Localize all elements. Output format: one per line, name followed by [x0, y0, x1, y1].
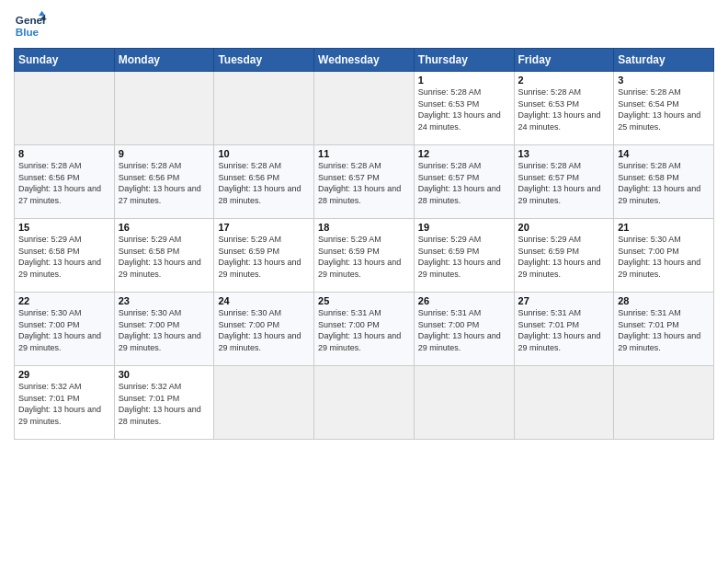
calendar-cell	[314, 72, 415, 145]
day-number: 26	[418, 295, 510, 306]
day-number: 18	[318, 222, 410, 233]
svg-text:Blue: Blue	[16, 26, 40, 38]
day-number: 24	[218, 295, 310, 306]
day-info: Sunrise: 5:29 AMSunset: 6:59 PMDaylight:…	[518, 234, 610, 280]
weekday-header: Thursday	[414, 49, 514, 72]
calendar-cell: 11Sunrise: 5:28 AMSunset: 6:57 PMDayligh…	[314, 145, 415, 219]
calendar-cell: 14Sunrise: 5:28 AMSunset: 6:58 PMDayligh…	[614, 145, 714, 219]
calendar-cell: 22Sunrise: 5:30 AMSunset: 7:00 PMDayligh…	[15, 293, 115, 366]
day-number: 11	[318, 148, 410, 159]
day-number: 1	[418, 75, 510, 86]
day-info: Sunrise: 5:29 AMSunset: 6:59 PMDaylight:…	[418, 234, 510, 280]
day-info: Sunrise: 5:31 AMSunset: 7:01 PMDaylight:…	[618, 307, 710, 353]
day-number: 28	[618, 295, 710, 306]
day-number: 10	[218, 148, 310, 159]
day-info: Sunrise: 5:28 AMSunset: 6:57 PMDaylight:…	[418, 160, 510, 206]
day-number: 15	[18, 222, 110, 233]
calendar-cell: 19Sunrise: 5:29 AMSunset: 6:59 PMDayligh…	[414, 219, 514, 293]
calendar-cell	[314, 366, 415, 440]
day-info: Sunrise: 5:28 AMSunset: 6:56 PMDaylight:…	[218, 160, 310, 206]
weekday-header: Monday	[114, 49, 214, 72]
day-number: 12	[418, 148, 510, 159]
calendar-cell: 20Sunrise: 5:29 AMSunset: 6:59 PMDayligh…	[514, 219, 614, 293]
calendar-cell: 18Sunrise: 5:29 AMSunset: 6:59 PMDayligh…	[314, 219, 415, 293]
calendar-cell	[15, 72, 115, 145]
day-info: Sunrise: 5:28 AMSunset: 6:56 PMDaylight:…	[119, 160, 210, 206]
day-info: Sunrise: 5:28 AMSunset: 6:57 PMDaylight:…	[518, 160, 610, 206]
calendar-cell: 10Sunrise: 5:28 AMSunset: 6:56 PMDayligh…	[214, 145, 314, 219]
calendar-cell	[214, 366, 314, 440]
weekday-header: Tuesday	[214, 49, 314, 72]
calendar-row: 1Sunrise: 5:28 AMSunset: 6:53 PMDaylight…	[15, 72, 714, 145]
day-info: Sunrise: 5:29 AMSunset: 6:59 PMDaylight:…	[318, 234, 410, 280]
calendar-cell: 28Sunrise: 5:31 AMSunset: 7:01 PMDayligh…	[614, 293, 714, 366]
day-info: Sunrise: 5:29 AMSunset: 6:58 PMDaylight:…	[119, 234, 210, 280]
day-info: Sunrise: 5:31 AMSunset: 7:01 PMDaylight:…	[518, 307, 610, 353]
calendar-table: SundayMondayTuesdayWednesdayThursdayFrid…	[14, 48, 714, 440]
calendar-cell: 17Sunrise: 5:29 AMSunset: 6:59 PMDayligh…	[214, 219, 314, 293]
day-number: 30	[119, 369, 210, 380]
calendar-cell: 30Sunrise: 5:32 AMSunset: 7:01 PMDayligh…	[114, 366, 214, 440]
day-number: 19	[418, 222, 510, 233]
calendar-row: 15Sunrise: 5:29 AMSunset: 6:58 PMDayligh…	[15, 219, 714, 293]
day-number: 23	[119, 295, 210, 306]
day-number: 3	[618, 75, 710, 86]
calendar-cell: 15Sunrise: 5:29 AMSunset: 6:58 PMDayligh…	[15, 219, 115, 293]
calendar-cell: 24Sunrise: 5:30 AMSunset: 7:00 PMDayligh…	[214, 293, 314, 366]
day-info: Sunrise: 5:28 AMSunset: 6:54 PMDaylight:…	[618, 86, 710, 132]
calendar-cell: 9Sunrise: 5:28 AMSunset: 6:56 PMDaylight…	[114, 145, 214, 219]
calendar-cell	[114, 72, 214, 145]
day-info: Sunrise: 5:30 AMSunset: 7:00 PMDaylight:…	[18, 307, 110, 353]
weekday-header-row: SundayMondayTuesdayWednesdayThursdayFrid…	[15, 49, 714, 72]
day-number: 13	[518, 148, 610, 159]
calendar-cell: 26Sunrise: 5:31 AMSunset: 7:00 PMDayligh…	[414, 293, 514, 366]
day-number: 9	[119, 148, 210, 159]
calendar-cell: 1Sunrise: 5:28 AMSunset: 6:53 PMDaylight…	[414, 72, 514, 145]
day-info: Sunrise: 5:30 AMSunset: 7:00 PMDaylight:…	[218, 307, 310, 353]
weekday-header: Saturday	[614, 49, 714, 72]
calendar-cell: 8Sunrise: 5:28 AMSunset: 6:56 PMDaylight…	[15, 145, 115, 219]
day-number: 22	[18, 295, 110, 306]
day-info: Sunrise: 5:28 AMSunset: 6:58 PMDaylight:…	[618, 160, 710, 206]
day-number: 27	[518, 295, 610, 306]
day-number: 2	[518, 75, 610, 86]
calendar-row: 22Sunrise: 5:30 AMSunset: 7:00 PMDayligh…	[15, 293, 714, 366]
day-info: Sunrise: 5:28 AMSunset: 6:57 PMDaylight:…	[318, 160, 410, 206]
day-info: Sunrise: 5:30 AMSunset: 7:00 PMDaylight:…	[119, 307, 210, 353]
day-info: Sunrise: 5:29 AMSunset: 6:58 PMDaylight:…	[18, 234, 110, 280]
calendar-cell	[614, 366, 714, 440]
day-number: 21	[618, 222, 710, 233]
weekday-header: Wednesday	[314, 49, 415, 72]
day-info: Sunrise: 5:29 AMSunset: 6:59 PMDaylight:…	[218, 234, 310, 280]
calendar-cell	[514, 366, 614, 440]
calendar-cell: 27Sunrise: 5:31 AMSunset: 7:01 PMDayligh…	[514, 293, 614, 366]
day-number: 25	[318, 295, 410, 306]
calendar-cell: 13Sunrise: 5:28 AMSunset: 6:57 PMDayligh…	[514, 145, 614, 219]
day-info: Sunrise: 5:31 AMSunset: 7:00 PMDaylight:…	[418, 307, 510, 353]
logo-icon: General Blue	[14, 9, 47, 42]
calendar-cell: 16Sunrise: 5:29 AMSunset: 6:58 PMDayligh…	[114, 219, 214, 293]
calendar-row: 29Sunrise: 5:32 AMSunset: 7:01 PMDayligh…	[15, 366, 714, 440]
calendar-cell: 21Sunrise: 5:30 AMSunset: 7:00 PMDayligh…	[614, 219, 714, 293]
header: General Blue	[14, 9, 714, 42]
calendar-cell: 29Sunrise: 5:32 AMSunset: 7:01 PMDayligh…	[15, 366, 115, 440]
day-number: 16	[119, 222, 210, 233]
calendar-cell: 3Sunrise: 5:28 AMSunset: 6:54 PMDaylight…	[614, 72, 714, 145]
weekday-header: Friday	[514, 49, 614, 72]
calendar-cell: 12Sunrise: 5:28 AMSunset: 6:57 PMDayligh…	[414, 145, 514, 219]
day-info: Sunrise: 5:28 AMSunset: 6:53 PMDaylight:…	[518, 86, 610, 132]
calendar-cell	[414, 366, 514, 440]
day-info: Sunrise: 5:28 AMSunset: 6:53 PMDaylight:…	[418, 86, 510, 132]
calendar-container: General Blue SundayMondayTuesdayWednesda…	[0, 0, 728, 563]
day-info: Sunrise: 5:32 AMSunset: 7:01 PMDaylight:…	[18, 381, 110, 427]
calendar-cell: 23Sunrise: 5:30 AMSunset: 7:00 PMDayligh…	[114, 293, 214, 366]
day-info: Sunrise: 5:31 AMSunset: 7:00 PMDaylight:…	[318, 307, 410, 353]
day-number: 8	[18, 148, 110, 159]
day-info: Sunrise: 5:32 AMSunset: 7:01 PMDaylight:…	[119, 381, 210, 427]
day-info: Sunrise: 5:30 AMSunset: 7:00 PMDaylight:…	[618, 234, 710, 280]
calendar-cell: 2Sunrise: 5:28 AMSunset: 6:53 PMDaylight…	[514, 72, 614, 145]
calendar-cell	[214, 72, 314, 145]
logo: General Blue	[14, 9, 47, 42]
calendar-row: 8Sunrise: 5:28 AMSunset: 6:56 PMDaylight…	[15, 145, 714, 219]
calendar-cell: 25Sunrise: 5:31 AMSunset: 7:00 PMDayligh…	[314, 293, 415, 366]
